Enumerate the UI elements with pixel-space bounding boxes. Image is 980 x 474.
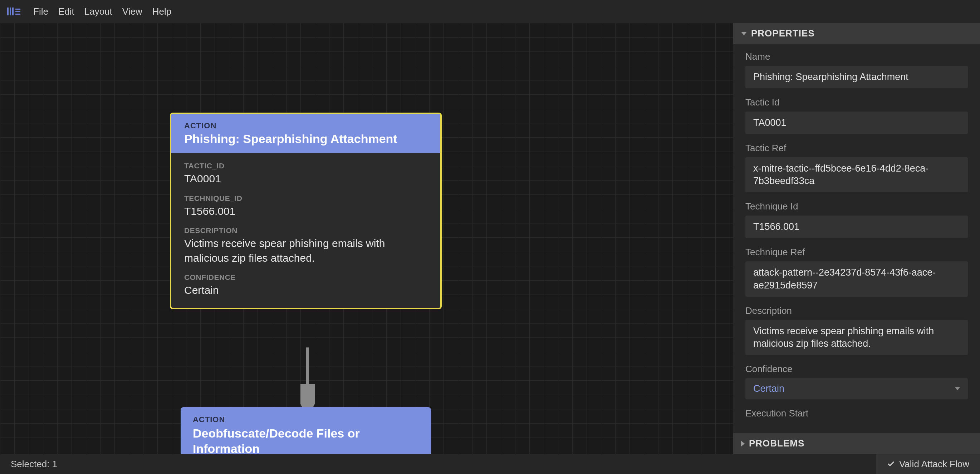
node-field-value: T1566.001 [184,204,427,219]
prop-input-technique-ref[interactable]: attack-pattern--2e34237d-8574-43f6-aace-… [745,261,968,296]
node-header: ACTION Deobfuscate/Decode Files or Infor… [181,407,431,454]
prop-label-confidence: Confidence [745,363,968,375]
prop-label-tactic-id: Tactic Id [745,97,968,108]
check-icon [887,460,895,468]
node-field-value: Certain [184,283,427,298]
chevron-right-icon [741,441,745,447]
prop-input-description[interactable]: Victims receive spear phishing emails wi… [745,320,968,355]
prop-input-tactic-ref[interactable]: x-mitre-tactic--ffd5bcee-6e16-4dd2-8eca-… [745,157,968,192]
problems-title: PROBLEMS [749,438,804,449]
properties-section-header[interactable]: PROPERTIES [733,23,980,44]
menu-view[interactable]: View [123,5,142,19]
node-header: ACTION Phishing: Spearphishing Attachmen… [171,114,440,153]
node-field-label: TECHNIQUE_ID [184,194,427,203]
node-field-value: TA0001 [184,171,427,186]
menu-layout[interactable]: Layout [84,5,112,19]
chevron-down-icon [741,32,747,35]
node-type-label: ACTION [184,121,427,130]
status-validation-label: Valid Attack Flow [899,459,969,470]
right-panel: PROPERTIES Name Phishing: Spearphishing … [733,23,980,454]
action-node-deobfuscate[interactable]: ACTION Deobfuscate/Decode Files or Infor… [181,407,431,454]
flow-canvas[interactable]: ACTION Phishing: Spearphishing Attachmen… [0,23,733,454]
node-field-label: CONFIDENCE [184,273,427,282]
prop-select-confidence[interactable]: Certain [745,378,968,399]
prop-label-technique-id: Technique Id [745,201,968,212]
menu-edit[interactable]: Edit [58,5,75,19]
action-node-phishing[interactable]: ACTION Phishing: Spearphishing Attachmen… [170,113,442,309]
problems-section-header[interactable]: PROBLEMS [733,433,980,454]
status-validation: Valid Attack Flow [876,454,980,474]
prop-label-tactic-ref: Tactic Ref [745,143,968,154]
node-title: Deobfuscate/Decode Files or Information [193,426,419,454]
prop-label-name: Name [745,51,968,62]
status-selected: Selected: 1 [11,459,57,470]
prop-input-technique-id[interactable]: T1566.001 [745,216,968,238]
prop-select-value: Certain [753,383,784,394]
menubar: File Edit Layout View Help [0,0,980,23]
node-field-label: DESCRIPTION [184,226,427,235]
node-body: TACTIC_ID TA0001 TECHNIQUE_ID T1566.001 … [171,153,440,308]
prop-label-execution-start: Execution Start [745,408,968,419]
prop-input-name[interactable]: Phishing: Spearphishing Attachment [745,66,968,88]
app-logo [7,8,23,15]
node-title: Phishing: Spearphishing Attachment [184,132,427,146]
prop-input-tactic-id[interactable]: TA0001 [745,111,968,134]
prop-label-technique-ref: Technique Ref [745,247,968,258]
properties-body: Name Phishing: Spearphishing Attachment … [733,44,980,433]
chevron-down-icon [955,387,960,390]
statusbar: Selected: 1 Valid Attack Flow [0,454,980,474]
flow-arrow [301,347,315,408]
properties-title: PROPERTIES [751,28,815,39]
menu-file[interactable]: File [33,5,48,19]
node-field-label: TACTIC_ID [184,162,427,170]
node-type-label: ACTION [193,415,419,424]
prop-label-description: Description [745,305,968,316]
node-field-value: Victims receive spear phishing emails wi… [184,236,427,265]
menu-help[interactable]: Help [153,5,171,19]
